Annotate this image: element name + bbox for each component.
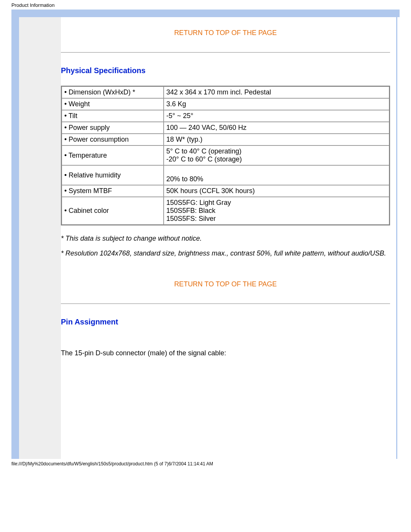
spec-value: 20% to 80% (164, 165, 389, 185)
spec-value: 50K hours (CCFL 30K hours) (164, 185, 389, 197)
spec-label: • System MTBF (62, 185, 164, 197)
spec-label: • Relative humidity (62, 165, 164, 185)
spec-value: 100 — 240 VAC, 50/60 Hz (164, 122, 389, 134)
divider (61, 304, 390, 304)
spec-label: • Temperature (62, 145, 164, 165)
spec-label: • Cabinet color (62, 197, 164, 225)
spec-label: • Dimension (WxHxD) * (62, 86, 164, 98)
table-row: • Relative humidity 20% to 80% (62, 165, 389, 185)
divider (61, 52, 390, 53)
page-header-title: Product Information (0, 0, 411, 10)
table-row: • Dimension (WxHxD) * 342 x 364 x 170 mm… (62, 86, 389, 98)
spec-value: 5° C to 40° C (operating) -20° C to 60° … (164, 145, 389, 165)
spec-label: • Tilt (62, 110, 164, 122)
table-row: • Temperature 5° C to 40° C (operating) … (62, 145, 389, 165)
table-row: • System MTBF 50K hours (CCFL 30K hours) (62, 185, 389, 197)
spec-value: -5° ~ 25° (164, 110, 389, 122)
pin-assignment-heading: Pin Assignment (61, 318, 390, 326)
left-gutter (19, 17, 61, 459)
table-row: • Cabinet color 150S5FG: Light Gray 150S… (62, 197, 389, 225)
spec-value: 150S5FG: Light Gray 150S5FB: Black 150S5… (164, 197, 389, 225)
table-row: • Power supply 100 — 240 VAC, 50/60 Hz (62, 122, 389, 134)
content-frame: RETURN TO TOP OF THE PAGE Physical Speci… (11, 10, 400, 459)
physical-specifications-heading: Physical Specifications (61, 66, 390, 75)
return-to-top-link[interactable]: RETURN TO TOP OF THE PAGE (174, 29, 277, 37)
spec-value: 3.6 Kg (164, 98, 389, 110)
right-border (396, 17, 397, 459)
return-to-top-link[interactable]: RETURN TO TOP OF THE PAGE (174, 280, 277, 288)
footnote-1: * This data is subject to change without… (61, 235, 390, 243)
table-row: • Tilt -5° ~ 25° (62, 110, 389, 122)
spec-label: • Weight (62, 98, 164, 110)
footnote-2: * Resolution 1024x768, standard size, br… (61, 249, 390, 257)
spec-value: 18 W* (typ.) (164, 134, 389, 145)
spec-label: • Power consumption (62, 134, 164, 145)
pin-assignment-intro: The 15-pin D-sub connector (male) of the… (61, 349, 390, 357)
page-footer-path: file:///D|/My%20documents/dfu/W5/english… (0, 459, 411, 466)
table-row: • Weight 3.6 Kg (62, 98, 389, 110)
physical-specs-table: • Dimension (WxHxD) * 342 x 364 x 170 mm… (61, 86, 390, 225)
spec-value: 342 x 364 x 170 mm incl. Pedestal (164, 86, 389, 98)
spec-label: • Power supply (62, 122, 164, 134)
table-row: • Power consumption 18 W* (typ.) (62, 134, 389, 145)
